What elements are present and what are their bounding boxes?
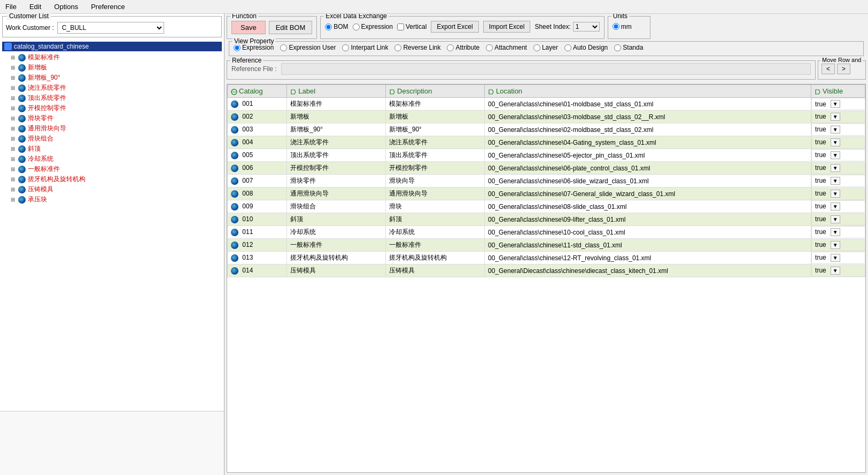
visible-dropdown[interactable]: ▼ <box>831 215 840 223</box>
cell-visible[interactable]: true▼ <box>811 175 865 187</box>
vp-expr-user-label[interactable]: Expression User <box>280 44 336 51</box>
export-excel-button[interactable]: Export Excel <box>431 21 478 33</box>
vp-layer-label[interactable]: Layer <box>533 44 558 51</box>
vp-standa-label[interactable]: Standa <box>614 44 643 51</box>
expression-radio[interactable] <box>353 24 360 30</box>
visible-dropdown[interactable]: ▼ <box>831 190 840 198</box>
bom-radio[interactable] <box>325 24 332 30</box>
tree-item[interactable]: ⊞ 压铸模具 <box>2 184 222 194</box>
tree-item[interactable]: ⊞ 新增板_90° <box>2 73 222 83</box>
vp-attachment-label[interactable]: Attachment <box>486 44 527 51</box>
visible-dropdown[interactable]: ▼ <box>831 254 840 262</box>
cell-catalog: 001 <box>228 98 287 111</box>
table-row[interactable]: 004浇注系统零件浇注系统零件00_General\class\chinese\… <box>228 136 865 149</box>
cell-visible[interactable]: true▼ <box>811 162 865 174</box>
vp-autodesign-radio[interactable] <box>564 44 571 51</box>
visible-dropdown[interactable]: ▼ <box>831 228 840 236</box>
tree-item[interactable]: ⊞ 浇注系统零件 <box>2 83 222 93</box>
table-row[interactable]: 003新增板_90°新增板_90°00_General\class\chines… <box>228 123 865 136</box>
tree-item[interactable]: ⊞ 通用滑块向导 <box>2 123 222 134</box>
move-left-button[interactable]: < <box>821 64 835 74</box>
bom-radio-label[interactable]: BOM <box>325 23 348 30</box>
cell-visible[interactable]: true▼ <box>811 226 865 238</box>
menu-preference[interactable]: Preference <box>89 2 127 12</box>
cell-visible[interactable]: true▼ <box>811 188 865 200</box>
visible-dropdown[interactable]: ▼ <box>831 241 840 249</box>
vp-interpart-radio[interactable] <box>342 44 349 51</box>
visible-dropdown[interactable]: ▼ <box>831 138 840 146</box>
vp-standa-radio[interactable] <box>614 44 621 51</box>
vp-expression-label[interactable]: Expression <box>234 44 274 51</box>
work-customer-select[interactable]: C_BULL <box>57 22 164 34</box>
cell-visible[interactable]: true▼ <box>811 111 865 123</box>
catalog-table-container[interactable]: Catalog Label Description Location Visib <box>227 84 866 473</box>
table-row[interactable]: 005顶出系统零件顶出系统零件00_General\class\chinese\… <box>228 149 865 162</box>
cell-visible[interactable]: true▼ <box>811 213 865 225</box>
vp-autodesign-label[interactable]: Auto Design <box>564 44 608 51</box>
edit-bom-button[interactable]: Edit BOM <box>269 21 313 34</box>
table-row[interactable]: 006开模控制零件开模控制零件00_General\class\chinese\… <box>228 162 865 175</box>
tree-item[interactable]: ⊞ 滑块零件 <box>2 113 222 123</box>
reference-file-input[interactable] <box>281 63 811 75</box>
import-excel-button[interactable]: Import Excel <box>483 21 531 33</box>
visible-dropdown[interactable]: ▼ <box>831 164 840 172</box>
vp-expression-radio[interactable] <box>234 44 241 51</box>
tree-item[interactable]: ⊞ 一般标准件 <box>2 164 222 174</box>
vp-attribute-label[interactable]: Attribute <box>447 44 479 51</box>
visible-dropdown[interactable]: ▼ <box>831 267 840 275</box>
table-row[interactable]: 009滑块组合滑块00_General\class\chinese\08-sli… <box>228 200 865 213</box>
tree-root[interactable]: catalog_standard_chinese <box>2 42 222 51</box>
sheet-index-select[interactable]: 1 <box>573 22 600 32</box>
cell-visible[interactable]: true▼ <box>811 264 865 277</box>
col-catalog: Catalog <box>228 85 287 98</box>
cell-visible[interactable]: true▼ <box>811 252 865 264</box>
tree-item[interactable]: ⊞ 新增板 <box>2 63 222 73</box>
vp-reverse-radio[interactable] <box>394 44 401 51</box>
visible-dropdown[interactable]: ▼ <box>831 113 840 121</box>
vp-layer-radio[interactable] <box>533 44 540 51</box>
vp-attachment-radio[interactable] <box>486 44 493 51</box>
tree-item[interactable]: ⊞ 冷却系统 <box>2 154 222 164</box>
vp-interpart-label[interactable]: Interpart Link <box>342 44 388 51</box>
mm-radio[interactable] <box>613 23 619 30</box>
menu-file[interactable]: File <box>3 2 19 12</box>
tree-item[interactable]: ⊞ 顶出系统零件 <box>2 93 222 103</box>
tree-item[interactable]: ⊞ 斜顶 <box>2 144 222 154</box>
cell-visible[interactable]: true▼ <box>811 123 865 136</box>
menu-options[interactable]: Options <box>52 2 80 12</box>
save-button[interactable]: Save <box>231 21 266 34</box>
vertical-checkbox-label[interactable]: Vertical <box>397 23 427 30</box>
visible-dropdown[interactable]: ▼ <box>831 100 840 108</box>
tree-item[interactable]: ⊞ 开模控制零件 <box>2 103 222 113</box>
vp-expr-user-radio[interactable] <box>280 44 287 51</box>
cell-visible[interactable]: true▼ <box>811 136 865 149</box>
cell-visible[interactable]: true▼ <box>811 149 865 161</box>
table-row[interactable]: 013搓牙机构及旋转机构搓牙机构及旋转机构00_General\class\ch… <box>228 252 865 264</box>
tree-item[interactable]: ⊞ 滑块组合 <box>2 134 222 144</box>
table-row[interactable]: 011冷却系统冷却系统00_General\class\chinese\10-c… <box>228 226 865 239</box>
vp-reverse-label[interactable]: Reverse Link <box>394 44 440 51</box>
table-row[interactable]: 007滑块零件滑块向导00_General\class\chinese\06-s… <box>228 175 865 188</box>
table-row[interactable]: 014压铸模具压铸模具00_General\Diecast\class\chin… <box>228 264 865 277</box>
cell-visible[interactable]: true▼ <box>811 239 865 251</box>
tree-item[interactable]: ⊞ 承压块 <box>2 194 222 205</box>
vertical-checkbox[interactable] <box>397 24 404 30</box>
visible-dropdown[interactable]: ▼ <box>831 151 840 159</box>
table-row[interactable]: 002新增板新增板00_General\class\chinese\03-mol… <box>228 111 865 123</box>
cell-visible[interactable]: true▼ <box>811 200 865 213</box>
tree-item[interactable]: ⊞ 搓牙机构及旋转机构 <box>2 174 222 184</box>
vp-attribute-radio[interactable] <box>447 44 454 51</box>
cell-visible[interactable]: true▼ <box>811 98 865 110</box>
table-row[interactable]: 001模架标准件模架标准件00_General\class\chinese\01… <box>228 98 865 111</box>
visible-dropdown[interactable]: ▼ <box>831 177 840 185</box>
mm-radio-label[interactable]: mm <box>613 23 632 30</box>
tree-item[interactable]: ⊞ 模架标准件 <box>2 52 222 63</box>
move-right-button[interactable]: > <box>837 64 850 74</box>
visible-dropdown[interactable]: ▼ <box>831 126 840 134</box>
table-row[interactable]: 010斜顶斜顶00_General\class\chinese\09-lifte… <box>228 213 865 226</box>
table-row[interactable]: 012一般标准件一般标准件00_General\class\chinese\11… <box>228 239 865 252</box>
table-row[interactable]: 008通用滑块向导通用滑块向导00_General\class\chinese\… <box>228 188 865 200</box>
menu-edit[interactable]: Edit <box>27 2 43 12</box>
visible-dropdown[interactable]: ▼ <box>831 203 840 211</box>
expression-radio-label[interactable]: Expression <box>353 23 393 30</box>
